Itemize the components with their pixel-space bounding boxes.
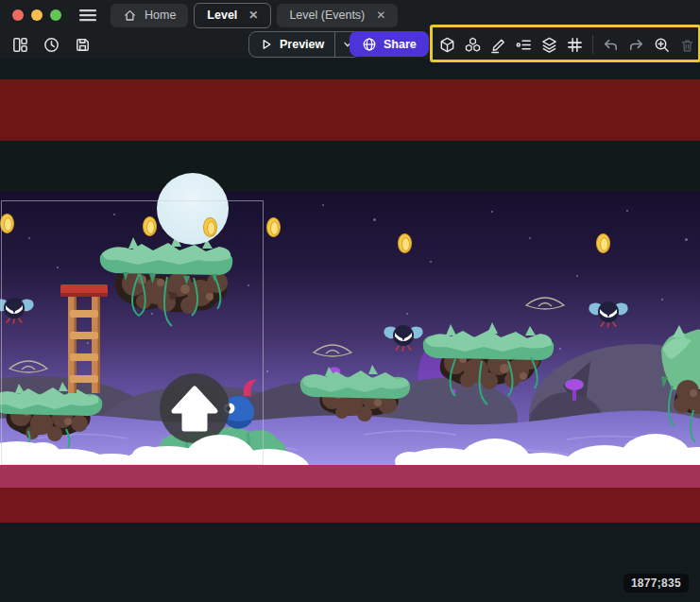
- minimize-window-button[interactable]: [31, 9, 43, 21]
- game-scene[interactable]: [0, 191, 700, 465]
- grid-button[interactable]: [565, 35, 585, 55]
- zoom-in-button[interactable]: [652, 35, 672, 55]
- window-controls: [12, 9, 61, 21]
- preview-split-button: Preview: [248, 31, 361, 58]
- toolbar: Preview Share: [0, 30, 700, 59]
- cursor-coordinates: 1877;835: [623, 574, 689, 593]
- zoom-in-icon: [653, 36, 671, 54]
- main-menu-button[interactable]: [78, 8, 97, 23]
- edit-button[interactable]: [488, 35, 508, 55]
- close-window-button[interactable]: [12, 9, 24, 21]
- save-icon: [74, 36, 92, 54]
- scene-floor-band[interactable]: [0, 465, 700, 488]
- project-toolbar: [9, 30, 94, 59]
- tab-level-events[interactable]: Level (Events) ✕: [277, 4, 398, 27]
- preview-button[interactable]: Preview: [249, 32, 334, 57]
- grid-icon: [566, 36, 584, 54]
- tab-label: Level: [207, 9, 237, 22]
- scene-edit-tools: [437, 30, 700, 59]
- zoom-window-button[interactable]: [50, 9, 61, 21]
- scene-floor-lower-band[interactable]: [0, 488, 700, 523]
- scene-dark-band: [0, 141, 700, 191]
- objects-group-button[interactable]: [463, 35, 483, 55]
- tab-home[interactable]: Home: [111, 4, 188, 27]
- redo-icon: [627, 36, 645, 54]
- scene-ceiling-band[interactable]: [0, 79, 700, 141]
- window-chrome: Home Level ✕ Level (Events) ✕: [0, 0, 700, 59]
- save-button[interactable]: [72, 34, 94, 56]
- tab-label: Level (Events): [289, 9, 365, 22]
- close-tab-icon[interactable]: ✕: [376, 9, 385, 22]
- layers-icon: [540, 36, 558, 54]
- redo-button[interactable]: [626, 35, 646, 55]
- divider: [592, 35, 593, 54]
- play-icon: [260, 38, 273, 51]
- object-cube-icon: [438, 36, 456, 54]
- share-label: Share: [384, 38, 417, 51]
- properties-list-icon: [515, 36, 533, 54]
- share-button[interactable]: Share: [350, 31, 429, 57]
- tab-level[interactable]: Level ✕: [194, 3, 271, 28]
- globe-icon: [362, 37, 377, 52]
- panels-button[interactable]: [9, 34, 31, 56]
- undo-button[interactable]: [601, 35, 621, 55]
- editor-canvas[interactable]: [0, 59, 700, 602]
- trash-icon: [678, 36, 696, 54]
- history-icon: [43, 36, 60, 54]
- hamburger-icon: [78, 8, 97, 23]
- delete-button[interactable]: [677, 35, 697, 55]
- preview-label: Preview: [280, 38, 324, 51]
- close-tab-icon[interactable]: ✕: [248, 9, 258, 22]
- history-button[interactable]: [41, 34, 62, 56]
- undo-icon: [602, 36, 620, 54]
- add-object-button[interactable]: [437, 35, 457, 55]
- moon[interactable]: [157, 173, 229, 245]
- tab-label: Home: [145, 9, 176, 22]
- jump-button-control[interactable]: [160, 373, 230, 443]
- layers-button[interactable]: [539, 35, 559, 55]
- panels-icon: [11, 36, 29, 54]
- edit-pencil-icon: [489, 36, 507, 54]
- objects-group-icon: [464, 36, 482, 54]
- app-window: Home Level ✕ Level (Events) ✕: [0, 0, 700, 602]
- tab-bar: Home Level ✕ Level (Events) ✕: [0, 0, 700, 30]
- properties-button[interactable]: [514, 35, 534, 55]
- tabs: Home Level ✕ Level (Events) ✕: [111, 3, 398, 28]
- home-icon: [123, 9, 137, 23]
